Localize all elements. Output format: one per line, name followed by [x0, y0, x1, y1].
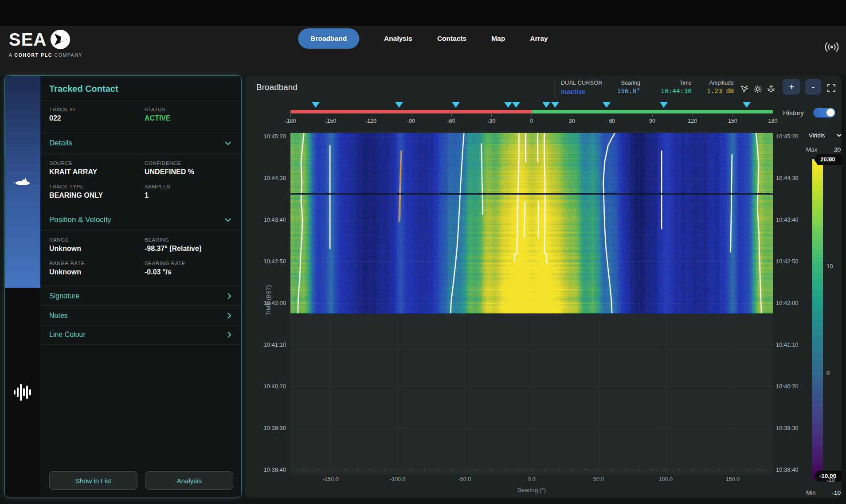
nav-item-array[interactable]: Array — [530, 35, 548, 43]
minor-tick — [478, 468, 478, 470]
scale-tick — [732, 114, 733, 117]
analysis-button[interactable]: Analysis — [145, 471, 234, 490]
bearing-marker[interactable] — [312, 102, 320, 108]
readout-label: Amplitude — [707, 80, 734, 86]
bearing-scale-negative — [290, 110, 532, 113]
field-label: SAMPLES — [145, 184, 231, 189]
field-label: TRACK ID — [49, 107, 145, 112]
time-label-right: 10:40:20 — [776, 383, 799, 390]
bearing-marker[interactable] — [504, 102, 512, 108]
logo-subtitle: A COHORT PLC COMPANY — [9, 52, 82, 58]
minor-tick — [612, 468, 612, 470]
panel-title: Broadband — [256, 82, 298, 92]
readout-amplitude: Amplitude1.23 dB — [707, 80, 734, 94]
time-label-left: 10:41:10 — [245, 341, 286, 348]
submarine-icon — [13, 176, 32, 187]
show-in-list-button[interactable]: Show in List — [49, 471, 137, 490]
broadcast-icon[interactable] — [823, 40, 841, 54]
palette-value: Viridis — [809, 132, 825, 139]
scale-tick-label: 120 — [688, 118, 697, 124]
scale-tick-label: 0 — [530, 118, 533, 124]
bearing-scale-bar[interactable] — [290, 110, 773, 113]
minor-tick — [599, 468, 599, 470]
bearing-marker[interactable] — [395, 102, 403, 108]
scale-tick-label: -30 — [487, 118, 495, 124]
detail-field: BEARING-98.37° [Relative] — [145, 237, 231, 253]
logo-arrow-icon — [50, 29, 70, 50]
history-toggle[interactable] — [813, 108, 835, 117]
gridline-horizontal — [290, 428, 773, 429]
scale-tick-label: -60 — [447, 118, 455, 124]
section-header-position-velocity[interactable]: Position & Velocity — [40, 209, 241, 231]
scale-tick-label: 150 — [728, 118, 737, 124]
minor-tick — [465, 468, 465, 470]
scale-tick-label: -180 — [285, 118, 296, 124]
readout-value: 10:44:30 — [661, 87, 692, 94]
minor-tick — [545, 468, 545, 470]
gridline-horizontal — [290, 137, 773, 137]
gridline-horizontal — [290, 303, 773, 304]
scale-tick — [572, 114, 572, 117]
nav-item-map[interactable]: Map — [491, 35, 505, 43]
sidebar-rail — [5, 76, 40, 497]
bearing-marker[interactable] — [603, 102, 611, 108]
bearing-marker[interactable] — [660, 102, 668, 108]
fullscreen-icon[interactable] — [826, 83, 836, 93]
minor-tick — [585, 468, 586, 470]
scale-tick-label: 180 — [768, 118, 778, 124]
palette-select[interactable]: Viridis — [809, 132, 842, 139]
field-label: RANGE RATE — [49, 261, 145, 266]
scale-tick-label: -120 — [365, 118, 376, 124]
link-row-notes[interactable]: Notes — [40, 305, 241, 325]
bearing-marker[interactable] — [551, 102, 559, 108]
colorbar-gradient[interactable] — [812, 159, 823, 480]
sidebar-tab-contact[interactable] — [5, 76, 40, 288]
minor-tick — [572, 468, 572, 470]
field-label: BEARING RATE — [145, 261, 231, 266]
bearing-marker[interactable] — [542, 102, 550, 108]
colorbar-tick-label: -10 — [826, 477, 835, 483]
export-layers-icon[interactable] — [766, 84, 776, 94]
minor-tick — [331, 468, 331, 470]
scale-tick-label: 90 — [649, 118, 655, 124]
section-header-details[interactable]: Details — [40, 133, 241, 154]
nav-item-analysis[interactable]: Analysis — [384, 35, 412, 43]
field-value: -0.03 °/s — [145, 268, 231, 276]
section-title: Details — [49, 139, 72, 148]
time-label-right: 10:42:00 — [776, 300, 799, 307]
sidebar-tab-audio[interactable] — [5, 288, 40, 496]
x-tick-label: 50.0 — [593, 476, 604, 482]
nav-item-contacts[interactable]: Contacts — [437, 35, 466, 43]
zoom-in-button[interactable]: + — [783, 79, 800, 95]
settings-gear-icon[interactable] — [753, 84, 763, 94]
minor-tick — [304, 468, 304, 470]
minor-tick — [438, 468, 438, 470]
time-label-left: 10:38:40 — [245, 466, 286, 473]
bearing-marker[interactable] — [743, 102, 751, 108]
link-row-signature[interactable]: Signature — [40, 286, 241, 305]
link-label: Signature — [49, 292, 80, 300]
gridline-horizontal — [290, 178, 773, 179]
link-row-line-colour[interactable]: Line Colour — [40, 325, 241, 344]
bearing-marker[interactable] — [512, 102, 520, 108]
minor-tick — [317, 468, 317, 470]
minor-tick — [558, 468, 559, 470]
cursor-select-icon[interactable] — [740, 84, 749, 94]
readout-label: Bearing — [617, 80, 640, 86]
zoom-out-button[interactable]: - — [805, 79, 821, 95]
time-label-left: 10:45:20 — [245, 133, 286, 140]
field-value: -98.37° [Relative] — [145, 245, 231, 253]
colorbar-min-row: Min-10 — [806, 489, 841, 496]
field-label: CONFIDENCE — [145, 160, 231, 166]
scale-tick-label: -90 — [407, 118, 415, 124]
colorbar-tick-label: 10 — [826, 263, 833, 270]
x-tick-label: 0.0 — [528, 476, 535, 482]
time-label-right: 10:41:10 — [776, 341, 799, 348]
bearing-marker[interactable] — [452, 102, 460, 108]
section-fields: SOURCEKRAIT ARRAYCONFIDENCEUNDEFINED %TR… — [40, 154, 241, 209]
section-title: Position & Velocity — [49, 215, 111, 224]
colorbar-tick-label: 0 — [826, 370, 830, 376]
minor-tick — [746, 468, 747, 470]
scale-tick — [371, 114, 371, 117]
nav-item-broadband[interactable]: Broadband — [298, 28, 359, 49]
